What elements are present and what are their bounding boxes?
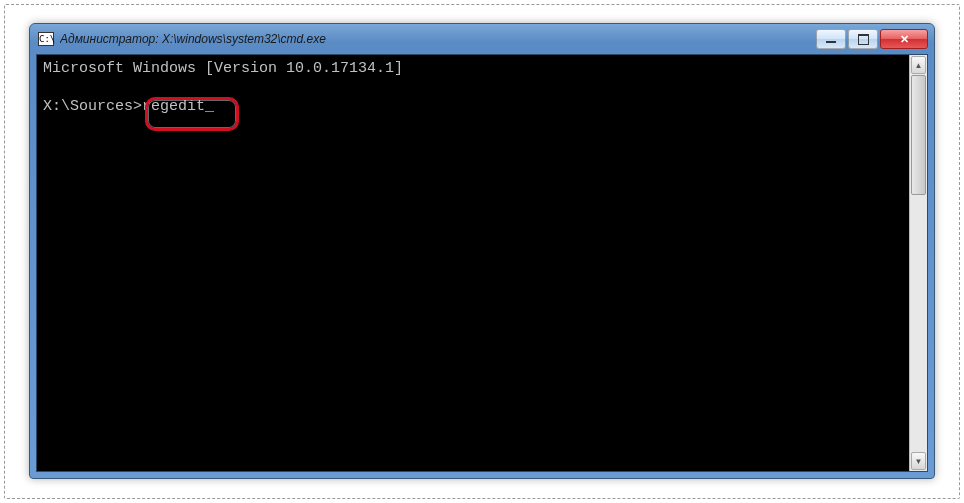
cmd-icon: C:\	[38, 32, 54, 46]
window-title: Администратор: X:\windows\system32\cmd.e…	[60, 32, 816, 46]
minimize-button[interactable]	[816, 29, 846, 49]
maximize-button[interactable]	[848, 29, 878, 49]
typed-command: regedit	[142, 98, 205, 115]
cursor: _	[205, 98, 214, 115]
scroll-track[interactable]	[910, 75, 927, 451]
terminal-output[interactable]: Microsoft Windows [Version 10.0.17134.1]…	[37, 55, 909, 471]
client-area: Microsoft Windows [Version 10.0.17134.1]…	[36, 54, 928, 472]
version-line: Microsoft Windows [Version 10.0.17134.1]	[43, 60, 403, 77]
cmd-window: C:\ Администратор: X:\windows\system32\c…	[29, 23, 935, 479]
vertical-scrollbar[interactable]: ▲ ▼	[909, 55, 927, 471]
close-button[interactable]	[880, 29, 928, 49]
window-controls	[816, 29, 928, 49]
scroll-thumb[interactable]	[911, 75, 926, 195]
scroll-up-arrow[interactable]: ▲	[911, 56, 926, 74]
scroll-down-arrow[interactable]: ▼	[911, 452, 926, 470]
prompt-text: X:\Sources>	[43, 98, 142, 115]
titlebar[interactable]: C:\ Администратор: X:\windows\system32\c…	[30, 24, 934, 54]
